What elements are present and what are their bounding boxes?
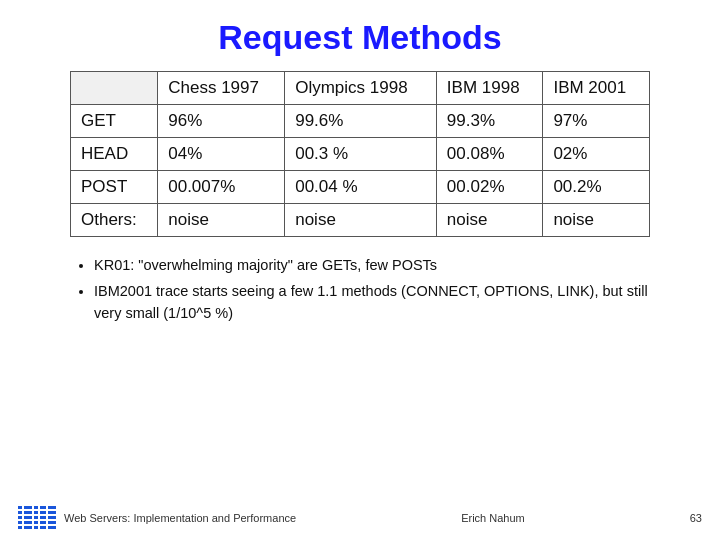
table-cell-1-3: 00.08% xyxy=(436,138,543,171)
table-cell-2-2: 00.04 % xyxy=(285,171,437,204)
table-cell-3-4: noise xyxy=(543,204,650,237)
table-cell-3-3: noise xyxy=(436,204,543,237)
table-header-3: IBM 1998 xyxy=(436,72,543,105)
footer-left: Web Servers: Implementation and Performa… xyxy=(18,506,296,530)
page-title: Request Methods xyxy=(0,0,720,71)
table-cell-0-4: 97% xyxy=(543,105,650,138)
table-cell-0-1: 96% xyxy=(158,105,285,138)
table-row: POST00.007%00.04 %00.02%00.2% xyxy=(71,171,650,204)
table-cell-1-1: 04% xyxy=(158,138,285,171)
footer-page: 63 xyxy=(690,512,702,524)
svg-rect-6 xyxy=(32,506,34,529)
table-cell-1-2: 00.3 % xyxy=(285,138,437,171)
data-table-container: Chess 1997Olympics 1998IBM 1998IBM 2001G… xyxy=(70,71,650,237)
table-cell-0-2: 99.6% xyxy=(285,105,437,138)
table-header-1: Chess 1997 xyxy=(158,72,285,105)
svg-rect-5 xyxy=(22,506,24,529)
bullet-item-1: IBM2001 trace starts seeing a few 1.1 me… xyxy=(94,281,650,325)
footer: Web Servers: Implementation and Performa… xyxy=(0,506,720,530)
table-cell-1-4: 02% xyxy=(543,138,650,171)
table-cell-2-4: 00.2% xyxy=(543,171,650,204)
footer-subtitle: Web Servers: Implementation and Performa… xyxy=(64,512,296,524)
table-cell-1-0: HEAD xyxy=(71,138,158,171)
svg-rect-7 xyxy=(38,506,40,529)
table-cell-2-0: POST xyxy=(71,171,158,204)
table-row: HEAD04%00.3 %00.08%02% xyxy=(71,138,650,171)
table-cell-3-2: noise xyxy=(285,204,437,237)
table-header-4: IBM 2001 xyxy=(543,72,650,105)
ibm-logo-icon xyxy=(18,506,56,530)
table-cell-3-1: noise xyxy=(158,204,285,237)
table-row: Others:noisenoisenoisenoise xyxy=(71,204,650,237)
svg-rect-8 xyxy=(46,506,48,529)
table-cell-3-0: Others: xyxy=(71,204,158,237)
table-row: GET96%99.6%99.3%97% xyxy=(71,105,650,138)
footer-author: Erich Nahum xyxy=(461,512,525,524)
table-header-2: Olympics 1998 xyxy=(285,72,437,105)
table-cell-2-3: 00.02% xyxy=(436,171,543,204)
table-cell-2-1: 00.007% xyxy=(158,171,285,204)
table-header-0 xyxy=(71,72,158,105)
bullet-item-0: KR01: "overwhelming majority" are GETs, … xyxy=(94,255,650,277)
bullet-points: KR01: "overwhelming majority" are GETs, … xyxy=(70,255,650,324)
table-cell-0-0: GET xyxy=(71,105,158,138)
table-cell-0-3: 99.3% xyxy=(436,105,543,138)
data-table: Chess 1997Olympics 1998IBM 1998IBM 2001G… xyxy=(70,71,650,237)
